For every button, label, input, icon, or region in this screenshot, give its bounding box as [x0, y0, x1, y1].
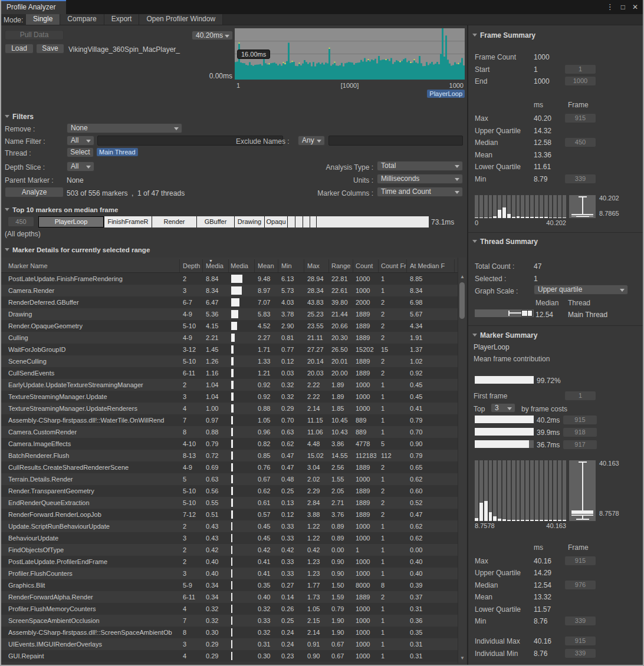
column-header-marker-name[interactable]: Marker Name: [8, 262, 178, 269]
table-row[interactable]: BatchRenderer.Flush8-130.720.850.4715.02…: [1, 450, 458, 461]
table-row[interactable]: BehaviourUpdate30.430.450.331.220.891000…: [1, 532, 458, 544]
table-header[interactable]: ▼Marker NameDepthMediaMediaMeanMinMaxRan…: [1, 258, 466, 273]
table-row[interactable]: Assembly-CSharp-firstpass.dll!::WaterTil…: [1, 414, 458, 426]
save-button[interactable]: Save: [36, 44, 64, 54]
table-row[interactable]: Terrain.Details.Render50.630.670.482.021…: [1, 473, 458, 485]
table-row[interactable]: Profiler.FlushCounters30.400.410.331.230…: [1, 568, 458, 579]
top10-segment-finishframer[interactable]: FinishFrameR: [104, 216, 152, 228]
frame-jump-badge[interactable]: 976: [565, 581, 596, 589]
thread-select-button[interactable]: Select: [67, 147, 94, 157]
column-divider[interactable]: [454, 259, 455, 272]
tab-profile-analyzer[interactable]: Profile Analyzer: [1, 0, 66, 14]
table-row[interactable]: EarlyUpdate.UpdateTextureStreamingManage…: [1, 379, 458, 391]
table-row[interactable]: Graphics.Blit5-90.340.350.271.771.508000…: [1, 579, 458, 591]
column-divider[interactable]: [202, 259, 203, 272]
top10-segment-playerloop[interactable]: PlayerLoop: [38, 216, 104, 228]
column-header-min[interactable]: Min: [281, 262, 305, 269]
analysis-type-dropdown[interactable]: Total: [377, 161, 463, 171]
units-dropdown[interactable]: Milliseconds: [377, 174, 463, 184]
chart-scale-dropdown[interactable]: 40.20ms: [192, 31, 233, 40]
table-row[interactable]: Culling4-92.212.270.8121.1120.30188921.9…: [1, 332, 458, 344]
details-section-header[interactable]: Marker Details for currently selected ra…: [5, 246, 150, 253]
top-n-dropdown[interactable]: 3: [491, 403, 515, 413]
frame-jump-badge[interactable]: 917: [563, 440, 597, 449]
top10-segment-render[interactable]: Render: [152, 216, 197, 228]
column-header-count-fra[interactable]: Count Fra: [381, 262, 406, 269]
table-row[interactable]: CullResults.CreateSharedRendererScene4-9…: [1, 461, 458, 473]
column-header-at-median-f[interactable]: At Median F: [410, 262, 451, 269]
table-row[interactable]: RenderForwardAlpha.Render6-110.340.400.1…: [1, 591, 458, 603]
frame-jump-badge[interactable]: 915: [563, 416, 597, 424]
table-row[interactable]: ScreenSpaceAmbientOcclusion70.320.330.25…: [1, 615, 458, 627]
remove-dropdown[interactable]: None: [67, 123, 182, 133]
table-row[interactable]: RenderForward.RenderLoopJob7-120.510.570…: [1, 509, 458, 520]
exclude-mode-dropdown[interactable]: Any: [298, 136, 325, 146]
table-row[interactable]: UIEvents.IMGUIRenderOverlays30.290.310.2…: [1, 638, 458, 650]
first-frame-badge[interactable]: 1: [565, 391, 596, 400]
column-divider[interactable]: [228, 259, 229, 272]
table-row[interactable]: Render.OpaqueGeometry5-104.154.522.9023.…: [1, 320, 458, 332]
frame-jump-badge[interactable]: 915: [565, 637, 596, 645]
column-header-media[interactable]: Media: [231, 262, 254, 269]
kebab-menu-icon[interactable]: ⋮: [606, 2, 614, 12]
depth-slice-dropdown[interactable]: All: [67, 161, 94, 172]
column-divider[interactable]: [254, 259, 255, 272]
column-divider[interactable]: [278, 259, 278, 272]
column-divider[interactable]: [378, 259, 379, 272]
table-row[interactable]: Assembly-CSharp-firstpass.dll!::ScreenSp…: [1, 627, 458, 638]
mode-button-compare[interactable]: Compare: [60, 14, 104, 25]
table-row[interactable]: WaitForJobGroupID3-121.451.710.7727.2726…: [1, 344, 458, 355]
top10-segment-drawing[interactable]: Drawing: [235, 216, 265, 228]
table-row[interactable]: Profiler.FlushMemoryCounters40.320.320.2…: [1, 603, 458, 615]
frame-jump-badge[interactable]: 1000: [565, 77, 596, 85]
table-row[interactable]: TextureStreamingManager.Update31.040.920…: [1, 391, 458, 403]
column-divider[interactable]: [179, 259, 180, 272]
column-divider[interactable]: [406, 259, 407, 272]
exclude-names-input[interactable]: [328, 136, 463, 146]
scroll-up-icon[interactable]: ▲: [460, 274, 465, 279]
frame-jump-badge[interactable]: 918: [563, 428, 597, 437]
table-row[interactable]: Camera.Render38.348.975.7328.3422.611000…: [1, 285, 458, 296]
column-divider[interactable]: [304, 259, 304, 272]
frame-summary-header[interactable]: Frame Summary: [472, 31, 535, 39]
marker-summary-header[interactable]: Marker Summary: [472, 331, 537, 339]
table-row[interactable]: Render.TransparentGeometry5-100.560.620.…: [1, 485, 458, 497]
name-filter-mode-dropdown[interactable]: All: [67, 136, 94, 146]
column-divider[interactable]: [353, 259, 353, 272]
table-row[interactable]: PostLateUpdate.ProfilerEndFrame20.400.41…: [1, 556, 458, 568]
column-header-mean[interactable]: Mean: [258, 262, 280, 269]
table-row[interactable]: GUI.Repaint40.290.300.230.900.67100010.3…: [1, 650, 458, 662]
frame-jump-badge[interactable]: 339: [565, 174, 596, 183]
thread-summary-header[interactable]: Thread Summary: [472, 238, 538, 246]
table-row[interactable]: CullSendEvents6-111.161.210.0320.0320.00…: [1, 367, 458, 379]
filters-section-header[interactable]: Filters: [5, 113, 34, 121]
column-header-depth[interactable]: Depth: [183, 262, 204, 269]
table-row[interactable]: Camera.ImageEffects4-100.790.820.624.483…: [1, 438, 458, 450]
frame-jump-badge[interactable]: 1: [565, 65, 596, 74]
top10-frame-badge[interactable]: 450: [8, 217, 34, 226]
maximize-icon[interactable]: □: [621, 2, 625, 12]
scroll-down-icon[interactable]: ▼: [460, 655, 465, 661]
table-row[interactable]: RenderDeferred.GBuffer6-76.477.074.0343.…: [1, 296, 458, 308]
frame-jump-badge[interactable]: 915: [565, 114, 596, 123]
load-button[interactable]: Load: [5, 44, 34, 54]
mode-button-open-profiler-window[interactable]: Open Profiler Window: [139, 14, 223, 25]
table-scrollbar[interactable]: ▲ ▼: [458, 258, 466, 664]
close-icon[interactable]: ✕: [632, 2, 638, 12]
table-row[interactable]: Drawing4-95.365.833.7825.2321.44188925.6…: [1, 308, 458, 320]
table-row[interactable]: Camera.CustomRender80.880.960.6311.0610.…: [1, 426, 458, 438]
graph-scale-dropdown[interactable]: Upper quartile: [534, 285, 628, 295]
table-row[interactable]: PostLateUpdate.FinishFrameRendering28.84…: [1, 273, 458, 285]
top10-segment-gbuffer[interactable]: GBuffer: [197, 216, 235, 228]
column-header-range[interactable]: Range: [331, 262, 354, 269]
analyze-button[interactable]: Analyze: [5, 187, 64, 197]
mode-button-export[interactable]: Export: [104, 14, 140, 25]
marker-columns-dropdown[interactable]: Time and Count: [377, 187, 463, 197]
frame-jump-badge[interactable]: 339: [565, 616, 596, 625]
top10-section-header[interactable]: Top 10 markers on median frame: [5, 206, 118, 213]
column-header-count[interactable]: Count: [356, 262, 376, 269]
mode-button-single[interactable]: Single: [26, 14, 60, 25]
top10-segment-opaqu[interactable]: Opaqu: [265, 216, 288, 228]
table-row[interactable]: FindObjectsOfType20.420.420.420.420.0011…: [1, 544, 458, 556]
table-row[interactable]: EndRenderQueueExtraction5-100.550.610.13…: [1, 497, 458, 509]
